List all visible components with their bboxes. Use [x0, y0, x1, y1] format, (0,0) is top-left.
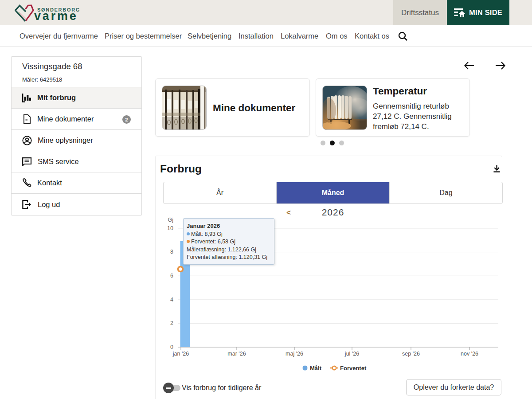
svg-text:mar '26: mar '26	[227, 351, 246, 357]
svg-text:jan '26: jan '26	[172, 351, 189, 357]
svg-text:Målt: Målt	[310, 365, 322, 372]
svg-text:10: 10	[167, 225, 173, 231]
svg-text:Forventet: Forventet	[340, 365, 367, 372]
svg-text:sep '26: sep '26	[402, 351, 420, 357]
svg-text:maj '26: maj '26	[286, 351, 303, 357]
svg-text:Gj: Gj	[168, 217, 174, 223]
svg-text:6: 6	[170, 273, 173, 279]
svg-text:4: 4	[170, 297, 173, 303]
svg-text:jul '26: jul '26	[344, 351, 359, 357]
svg-text:2: 2	[170, 320, 173, 326]
svg-text:8: 8	[170, 249, 173, 255]
svg-text:nov '26: nov '26	[461, 351, 478, 357]
svg-text:0: 0	[170, 344, 173, 350]
